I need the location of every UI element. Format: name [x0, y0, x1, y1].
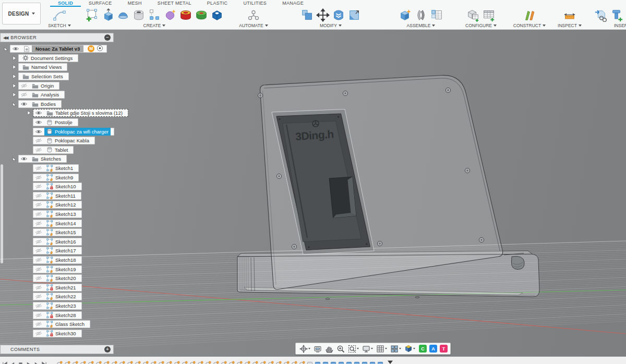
timeline-feature-sketch[interactable] [189, 360, 196, 364]
timeline-feature-sketch[interactable] [158, 360, 165, 364]
viewport[interactable]: 3Ding.h ◀◀ BROWSER − Nosac Za Tablet v3M… [0, 30, 626, 356]
timeline-feature-sketch[interactable] [88, 360, 94, 364]
timeline-feature-extrude[interactable] [377, 360, 384, 364]
timeline-feature-sketch[interactable] [166, 360, 173, 364]
visibility-eye-icon[interactable] [35, 294, 42, 299]
display-settings-tool[interactable] [361, 345, 374, 353]
group-label-assemble[interactable]: ASSEMBLE [407, 23, 436, 29]
visibility-eye-icon[interactable] [20, 156, 28, 162]
browser-node-glass-sketch[interactable]: Glass Sketch [33, 320, 90, 328]
timeline-feature-sketch[interactable] [260, 360, 267, 364]
timeline-feature-sketch[interactable] [142, 360, 149, 364]
new-component-icon[interactable] [399, 8, 413, 22]
insert-derive-icon[interactable] [594, 8, 608, 22]
visibility-eye-icon[interactable] [35, 110, 42, 116]
browser-node-sketch19[interactable]: Sketch19 [33, 265, 82, 273]
collaborator-badge-t[interactable]: T [440, 345, 448, 353]
visibility-eye-icon[interactable] [35, 285, 42, 290]
visibility-eye-icon[interactable] [35, 331, 42, 336]
timeline-feature-extrude[interactable] [322, 360, 329, 364]
timeline-feature-extrude[interactable] [354, 360, 360, 364]
browser-node-poklopac-za-wifi-charger[interactable]: Poklopac za wifi charger [33, 128, 114, 136]
visibility-eye-icon[interactable] [35, 175, 42, 180]
user-avatar-badge[interactable]: M [88, 45, 94, 52]
visibility-eye-icon[interactable] [35, 138, 42, 143]
group-label-modify[interactable]: MODIFY [320, 23, 342, 29]
joint-icon[interactable] [414, 8, 428, 22]
collapse-node-icon[interactable] [3, 46, 9, 52]
primitive-box-icon[interactable] [210, 8, 224, 22]
design-workspace-dropdown[interactable]: DESIGN [2, 3, 41, 25]
browser-node-sketch11[interactable]: Sketch11 [33, 192, 81, 200]
expand-node-icon[interactable] [11, 74, 17, 79]
timeline-feature-sketch[interactable] [56, 360, 63, 364]
browser-node-sketch9[interactable]: Sketch9 [33, 174, 79, 181]
browser-node-sketch1[interactable]: Sketch1 [33, 164, 79, 172]
extrude-icon[interactable] [101, 8, 115, 22]
visibility-eye-icon[interactable] [35, 275, 42, 281]
visibility-eye-icon[interactable] [35, 221, 42, 226]
group-label-construct[interactable]: CONSTRUCT [513, 23, 546, 29]
timeline-feature-extrude[interactable] [315, 360, 321, 364]
timeline-skip-start-button[interactable] [2, 360, 8, 364]
timeline-position-marker[interactable] [387, 359, 393, 364]
add-comment-button[interactable]: + [104, 346, 111, 353]
browser-node-sketch16[interactable]: Sketch16 [33, 238, 82, 246]
configuration-table-icon[interactable] [482, 8, 496, 22]
timeline-stop-button[interactable] [18, 360, 23, 364]
browser-node-sketch21[interactable]: Sketch21 [33, 284, 82, 292]
timeline-play-button[interactable] [26, 360, 31, 364]
collaborator-badge-a[interactable]: A [429, 345, 437, 353]
bom-icon[interactable] [430, 8, 444, 22]
timeline-step-back-button[interactable] [10, 360, 16, 364]
visibility-eye-icon[interactable] [35, 257, 42, 263]
visibility-eye-icon[interactable] [35, 266, 42, 272]
visibility-eye-icon[interactable] [35, 119, 42, 125]
measure-icon[interactable] [563, 8, 577, 22]
timeline-feature-sketch[interactable] [197, 360, 204, 364]
visibility-eye-icon[interactable] [35, 229, 42, 235]
collapse-node-icon[interactable] [11, 156, 17, 162]
browser-node-bodies[interactable]: Bodies [18, 100, 62, 108]
visibility-eye-icon[interactable] [35, 129, 42, 135]
visibility-eye-icon[interactable] [12, 46, 19, 52]
visibility-eye-icon[interactable] [35, 239, 42, 245]
browser-node-sketch28[interactable]: Sketch28 [33, 311, 82, 319]
automate-icon[interactable] [247, 8, 261, 22]
timeline-feature-sketch[interactable] [244, 360, 251, 364]
timeline-feature-sketch[interactable] [95, 360, 102, 364]
visibility-eye-icon[interactable] [20, 92, 28, 98]
zoom-fit-tool[interactable] [347, 345, 360, 353]
timeline-feature-sketch[interactable] [64, 360, 71, 364]
view-cube-tool[interactable] [403, 345, 416, 353]
timeline-feature-sketch[interactable] [127, 360, 134, 364]
browser-node-tablet-gdje-stoji-s-slovima-12[interactable]: Tablet gdje Stoji s slovima (12) [33, 109, 128, 117]
timeline-feature-sketch[interactable] [174, 360, 180, 364]
browser-node-sketch22[interactable]: Sketch22 [33, 293, 82, 300]
look-at-tool[interactable] [312, 345, 323, 353]
timeline-feature-extrude[interactable] [362, 360, 368, 364]
move-copy-icon[interactable] [316, 8, 330, 22]
offset-face-icon[interactable] [347, 8, 362, 22]
timeline-feature-sketch[interactable] [182, 360, 188, 364]
form-icon[interactable] [163, 8, 177, 22]
coil-icon[interactable] [179, 8, 193, 22]
visibility-eye-icon[interactable] [35, 202, 42, 208]
construction-plane-icon[interactable] [523, 8, 537, 22]
rectangular-pattern-icon[interactable] [148, 8, 162, 22]
expand-node-icon[interactable] [26, 110, 32, 116]
timeline-feature-sketch[interactable] [228, 360, 235, 364]
browser-node-sketch20[interactable]: Sketch20 [33, 274, 82, 282]
visibility-eye-icon[interactable] [35, 248, 42, 253]
timeline-feature-sketch[interactable] [135, 360, 141, 364]
tab-utilities[interactable]: UTILITIES [235, 0, 274, 7]
expand-node-icon[interactable] [11, 55, 17, 61]
timeline-feature-sketch[interactable] [268, 360, 274, 364]
collaborator-badge-c[interactable]: C [419, 345, 427, 353]
tab-solid[interactable]: SOLID [50, 0, 81, 7]
tab-sheet-metal[interactable]: SHEET METAL [150, 0, 199, 7]
tab-plastic[interactable]: PLASTIC [199, 0, 236, 7]
orbit-tool[interactable] [298, 345, 311, 353]
browser-node-sketch14[interactable]: Sketch14 [33, 220, 82, 227]
browser-node-sketch15[interactable]: Sketch15 [33, 228, 82, 236]
